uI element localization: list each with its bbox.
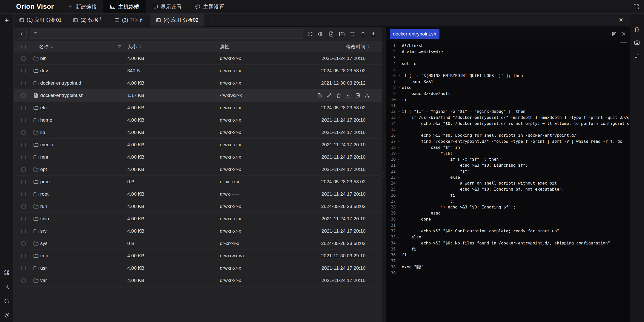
path-box[interactable] bbox=[30, 29, 303, 39]
file-name[interactable]: mnt bbox=[40, 154, 48, 160]
code-line[interactable]: 9 exec 3>/dev/null bbox=[386, 91, 630, 97]
fold-slot[interactable] bbox=[396, 252, 402, 258]
panel-splitter[interactable]: ⋮ bbox=[382, 27, 386, 322]
code-line[interactable]: 11 bbox=[386, 103, 630, 109]
sort-name-icon[interactable] bbox=[51, 45, 53, 49]
file-name[interactable]: docker-entrypoint.d bbox=[40, 80, 81, 86]
row-checkbox[interactable] bbox=[21, 180, 26, 184]
fold-slot[interactable] bbox=[396, 186, 402, 192]
fold-slot[interactable] bbox=[396, 204, 402, 210]
editor-scrollbar-thumb[interactable] bbox=[620, 42, 627, 43]
fold-slot[interactable] bbox=[396, 127, 402, 133]
code-line[interactable]: 38 exec "$@" bbox=[386, 264, 630, 270]
code-line[interactable]: 6 if [ -z "${NGINX_ENTRYPOINT_QUIET_LOGS… bbox=[386, 73, 630, 79]
path-input[interactable] bbox=[40, 31, 300, 37]
fold-chevron-icon[interactable] bbox=[396, 115, 402, 121]
fold-slot[interactable] bbox=[396, 198, 402, 204]
file-name[interactable]: var bbox=[40, 278, 47, 283]
row-checkbox[interactable] bbox=[21, 278, 26, 283]
table-row[interactable]: root 4.00 KB drwx------ 2021-11-24 17:20… bbox=[14, 188, 382, 200]
fold-chevron-icon[interactable] bbox=[396, 234, 402, 240]
upload-icon[interactable] bbox=[360, 31, 366, 37]
table-row[interactable]: proc 0 B dr-xr-xr-x 2024-05-28 23:58:02 bbox=[14, 176, 382, 188]
table-row[interactable]: usr 4.00 KB drwxr-xr-x 2021-11-24 17:20:… bbox=[14, 262, 382, 274]
code-line[interactable]: 32 echo >&3 "$0: Configuration complete;… bbox=[386, 228, 630, 234]
filter-icon[interactable] bbox=[117, 45, 122, 49]
capture-icon[interactable] bbox=[634, 40, 640, 46]
code-line[interactable]: 7 exec 3>&1 bbox=[386, 79, 630, 85]
table-row[interactable]: var 4.00 KB drwxr-xr-x 2021-11-24 17:20:… bbox=[14, 274, 382, 287]
move-icon[interactable] bbox=[355, 93, 360, 98]
row-checkbox[interactable] bbox=[21, 69, 26, 73]
file-name[interactable]: usr bbox=[40, 265, 47, 271]
row-checkbox[interactable] bbox=[21, 167, 26, 172]
editor-body[interactable]: 1 #!/bin/sh 2 # vim:sw=4:ts=4:et 3 4 set… bbox=[386, 41, 630, 322]
code-line[interactable]: 13 if /usr/bin/find "/docker-entrypoint.… bbox=[386, 115, 630, 121]
file-name[interactable]: lib bbox=[40, 130, 45, 135]
table-row[interactable]: bin 4.00 KB drwxr-xr-x 2021-11-24 17:20:… bbox=[14, 52, 382, 65]
fold-slot[interactable] bbox=[396, 61, 402, 67]
fold-slot[interactable] bbox=[396, 270, 402, 276]
table-row[interactable]: docker-entrypoint.d 4.00 KB drwxr-xr-x 2… bbox=[14, 77, 382, 89]
fold-chevron-icon[interactable] bbox=[396, 73, 402, 79]
table-row[interactable]: media 4.00 KB drwxr-xr-x 2021-11-24 17:2… bbox=[14, 139, 382, 151]
code-line[interactable]: 21 echo >&3 "$0: Launching $f"; bbox=[386, 162, 630, 168]
fold-slot[interactable] bbox=[396, 246, 402, 252]
code-line[interactable]: 31 bbox=[386, 222, 630, 228]
code-line[interactable]: 39 bbox=[386, 270, 630, 276]
row-checkbox[interactable] bbox=[21, 204, 26, 209]
fold-slot[interactable] bbox=[396, 180, 402, 186]
code-line[interactable]: 12 if [ "$1" = "nginx" -o "$1" = "nginx-… bbox=[386, 109, 630, 115]
delete-icon[interactable] bbox=[336, 93, 341, 98]
table-row[interactable]: etc 4.00 KB drwxr-xr-x 2024-05-28 23:58:… bbox=[14, 102, 382, 114]
file-name[interactable]: etc bbox=[40, 105, 47, 111]
code-line[interactable]: 36 fi bbox=[386, 252, 630, 258]
fold-slot[interactable] bbox=[396, 79, 402, 85]
code-line[interactable]: 10 fi bbox=[386, 97, 630, 103]
nav-item-theme-settings[interactable]: 主题设置 bbox=[188, 0, 231, 13]
fold-slot[interactable] bbox=[396, 55, 402, 61]
fold-slot[interactable] bbox=[396, 121, 402, 127]
row-checkbox[interactable] bbox=[21, 254, 26, 258]
table-row[interactable]: sbin 4.00 KB drwxr-xr-x 2021-11-24 17:20… bbox=[14, 213, 382, 225]
col-mtime-header[interactable]: 修改时间 bbox=[310, 44, 382, 50]
table-row[interactable]: tmp 4.00 KB drwxrwxrwx 2021-12-30 03:29:… bbox=[14, 250, 382, 262]
file-name[interactable]: bin bbox=[40, 56, 47, 61]
close-terminal-icon[interactable]: × bbox=[619, 14, 630, 26]
user-icon[interactable] bbox=[4, 284, 10, 290]
code-line[interactable]: 26 fi bbox=[386, 192, 630, 198]
select-all-checkbox[interactable] bbox=[21, 45, 26, 49]
download-icon[interactable] bbox=[345, 93, 351, 98]
table-row[interactable]: srv 4.00 KB drwxr-xr-x 2021-11-24 17:20:… bbox=[14, 225, 382, 237]
fold-slot[interactable] bbox=[396, 43, 402, 49]
file-name[interactable]: opt bbox=[40, 167, 47, 172]
row-checkbox[interactable] bbox=[21, 155, 26, 159]
code-line[interactable]: 33 else bbox=[386, 234, 630, 240]
file-name[interactable]: docker-entrypoint.sh bbox=[40, 93, 84, 98]
back-button[interactable] bbox=[17, 29, 27, 39]
code-line[interactable]: 8 else bbox=[386, 85, 630, 91]
fold-chevron-icon[interactable] bbox=[396, 156, 402, 162]
fold-chevron-icon[interactable] bbox=[396, 151, 402, 157]
row-checkbox[interactable] bbox=[21, 266, 26, 270]
row-checkbox[interactable] bbox=[21, 143, 26, 147]
command-icon[interactable]: ⌘ bbox=[4, 270, 10, 276]
delete-icon[interactable] bbox=[349, 31, 355, 37]
code-line[interactable]: 5 bbox=[386, 67, 630, 73]
sort-mtime-icon[interactable] bbox=[367, 45, 370, 49]
file-name[interactable]: proc bbox=[40, 179, 50, 185]
code-line[interactable]: 4 set -e bbox=[386, 61, 630, 67]
code-line[interactable]: 23 else bbox=[386, 174, 630, 181]
transfer-icon[interactable] bbox=[634, 53, 640, 59]
code-line[interactable]: 1 #!/bin/sh bbox=[386, 43, 630, 49]
fold-slot[interactable] bbox=[396, 103, 402, 109]
fold-chevron-icon[interactable] bbox=[396, 109, 402, 115]
show-hidden-icon[interactable] bbox=[318, 31, 324, 37]
row-checkbox[interactable] bbox=[21, 217, 26, 221]
file-name[interactable]: sys bbox=[40, 241, 48, 246]
file-name[interactable]: tmp bbox=[40, 253, 48, 259]
col-size-header[interactable]: 大小 bbox=[127, 44, 220, 50]
fold-slot[interactable] bbox=[396, 192, 402, 198]
fold-chevron-icon[interactable] bbox=[396, 138, 402, 145]
edit-icon[interactable] bbox=[326, 93, 332, 98]
